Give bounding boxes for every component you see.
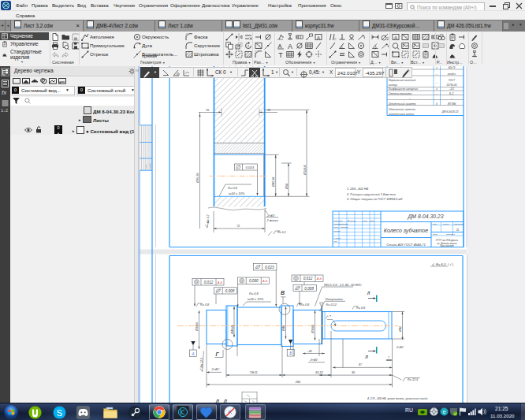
svg-text:Н.контр.: Н.контр. [334, 237, 342, 240]
svg-text:0,023: 0,023 [265, 266, 274, 269]
svg-text:Подп.: Подп. [145, 164, 147, 169]
svg-text:Нормальный исходный: Нормальный исходный [389, 79, 415, 82]
svg-text:A: A [394, 35, 397, 40]
svg-text:ТВЧ h 0,8...1,0; 40...50 HRC: ТВЧ h 0,8...1,0; 40...50 HRC [324, 284, 362, 287]
svg-text:0,012: 0,012 [303, 277, 313, 281]
svg-text:Обозначение чертежа: Обозначение чертежа [389, 108, 415, 111]
svg-text:0,008: 0,008 [225, 289, 235, 293]
svg-text:e: e [442, 408, 445, 415]
svg-text:Степень точности: Степень точности [389, 92, 411, 95]
svg-text:–30: –30 [306, 350, 312, 353]
svg-text:Ø40,98: Ø40,98 [272, 177, 275, 188]
svg-text:Подп.: Подп. [363, 220, 368, 222]
svg-text:2 фаски: 2 фаски [266, 219, 279, 222]
svg-text:A: A [288, 43, 292, 50]
svg-text:ЭП7Мб: ЭП7Мб [448, 102, 456, 106]
svg-text:3. Общие допуски по ГОСТ 30893: 3. Общие допуски по ГОСТ 30893.2-мК [347, 197, 403, 201]
svg-text:Ø48: Ø48 [282, 325, 285, 332]
svg-text:T: T [278, 51, 283, 59]
svg-text:Утв.: Утв. [334, 240, 338, 243]
svg-text:ГОСТ: ГОСТ [449, 79, 456, 82]
svg-text:Ø42: Ø42 [399, 325, 402, 333]
svg-text:В: В [281, 290, 285, 295]
svg-text:А: А [191, 352, 194, 356]
svg-text:Ra 0,8: Ra 0,8 [249, 292, 259, 295]
svg-text:2: 2 [387, 37, 389, 41]
svg-text:4. 270...305 НВ, кроме места,: 4. 270...305 НВ, кроме места, указанного… [367, 397, 427, 400]
svg-text:A: A [277, 43, 281, 50]
svg-text:–: – [435, 72, 438, 76]
svg-text:№ докум.: № докум. [348, 220, 356, 222]
svg-text:А-Б: А-Б [316, 277, 322, 281]
svg-text:Ø58: Ø58 [285, 183, 289, 190]
svg-text:S: S [57, 408, 62, 418]
svg-text:Лит.: Лит. [432, 223, 438, 225]
svg-text:Ra 3,2: Ra 3,2 [277, 231, 286, 234]
svg-text:Ø35,39: Ø35,39 [196, 173, 199, 184]
svg-text:Лист: Лист [432, 233, 438, 236]
svg-text:Ø35k6: Ø35k6 [311, 324, 315, 334]
svg-text:Т.контр.: Т.контр. [334, 230, 341, 232]
svg-text:2×45°: 2×45° [310, 359, 319, 362]
svg-text:Ø30k6: Ø30k6 [195, 322, 199, 332]
svg-text:Листов 1: Листов 1 [445, 233, 456, 236]
svg-text:Колесо зубчатое: Колесо зубчатое [384, 228, 429, 234]
svg-text:0,008: 0,008 [304, 287, 314, 291]
svg-text:Масса: Масса [443, 223, 449, 225]
svg-text:t=50 ± 10%: t=50 ± 10% [248, 297, 264, 301]
svg-text:t=50 ± 10%: t=50 ± 10% [229, 191, 245, 195]
svg-text:Ø40d9: Ø40d9 [231, 325, 234, 335]
svg-text:Полировать: Полировать [326, 298, 343, 301]
svg-text:1. 269...302 НВ: 1. 269...302 НВ [347, 187, 368, 191]
svg-text:сопряженного колеса: сопряженного колеса [389, 113, 414, 116]
svg-text:Хазанова: Хазанова [339, 226, 348, 229]
svg-text:Сталь 40Х ГОСТ 4543-71: Сталь 40Х ГОСТ 4543-71 [386, 243, 425, 247]
svg-text:Бурлаков: Бурлаков [340, 223, 348, 225]
svg-text:Масштаб: Масштаб [454, 223, 464, 225]
svg-text:Ra 0,8: Ra 0,8 [300, 303, 310, 307]
svg-text:79h11: 79h11 [249, 371, 257, 374]
svg-text:Изм. Лист: Изм. Лист [334, 220, 344, 222]
svg-text:–0,1: –0,1 [449, 87, 454, 91]
svg-text:265: 265 [295, 381, 301, 384]
svg-text:Коэффициент смещения: Коэффициент смещения [389, 87, 418, 91]
svg-text:А-Б: А-Б [217, 281, 223, 284]
svg-text:контур: контур [389, 84, 397, 87]
svg-text:2. Радиусы скруглений 1,6мм ma: 2. Радиусы скруглений 1,6мм max [346, 192, 397, 196]
svg-text:Ra 0,8: Ra 0,8 [356, 307, 366, 310]
svg-text:11: 11 [456, 229, 460, 232]
svg-text:0,060: 0,060 [249, 279, 259, 283]
svg-text:2×45°: 2×45° [211, 368, 221, 371]
svg-text:ДМ 8-04.30.22: ДМ 8-04.30.22 [441, 110, 458, 113]
svg-text:Курс.проект: Курс.проект [440, 244, 454, 247]
svg-text:Делительный диаметр: Делительный диаметр [388, 102, 416, 106]
svg-text:x: x [435, 87, 438, 91]
svg-text:Г: Г [216, 351, 220, 357]
svg-text:Ra 3,2: Ra 3,2 [207, 214, 210, 223]
svg-text:б: б [436, 102, 438, 106]
svg-text:8–С: 8–С [449, 92, 455, 95]
svg-text:Ra 0,8: Ra 0,8 [200, 303, 210, 307]
svg-text:–: – [435, 81, 438, 84]
svg-text:Дата: Дата [370, 220, 375, 222]
svg-text:2×45°: 2×45° [396, 346, 404, 349]
svg-text:Инв.№: Инв.№ [149, 162, 151, 169]
svg-text:А-Б: А-Б [262, 279, 268, 283]
svg-text:–: – [408, 97, 411, 100]
svg-text:Ø128,4: Ø128,4 [303, 165, 307, 176]
svg-text:Пров.: Пров. [334, 226, 340, 229]
svg-text:Ra 0,8: Ra 0,8 [228, 186, 238, 190]
svg-text:2×45°: 2×45° [266, 214, 276, 217]
svg-text:–: – [450, 97, 452, 100]
svg-text:Ra 12,5: Ra 12,5 [408, 378, 419, 381]
svg-text:0,023: 0,023 [246, 165, 255, 169]
svg-text:63,10: 63,10 [315, 371, 323, 374]
svg-text:пробег: пробег [448, 72, 456, 76]
svg-text:Ra 6,3: Ra 6,3 [436, 262, 446, 266]
svg-text:ДМ 8-04.30.23: ДМ 8-04.30.23 [408, 214, 444, 220]
svg-text:Б: Б [289, 351, 292, 355]
svg-text:( √ ): ( √ ) [448, 262, 454, 266]
svg-text:A: A [317, 35, 320, 40]
svg-text:40х73: 40х73 [449, 66, 456, 69]
svg-text:Ra 0,12: Ra 0,12 [326, 303, 337, 307]
